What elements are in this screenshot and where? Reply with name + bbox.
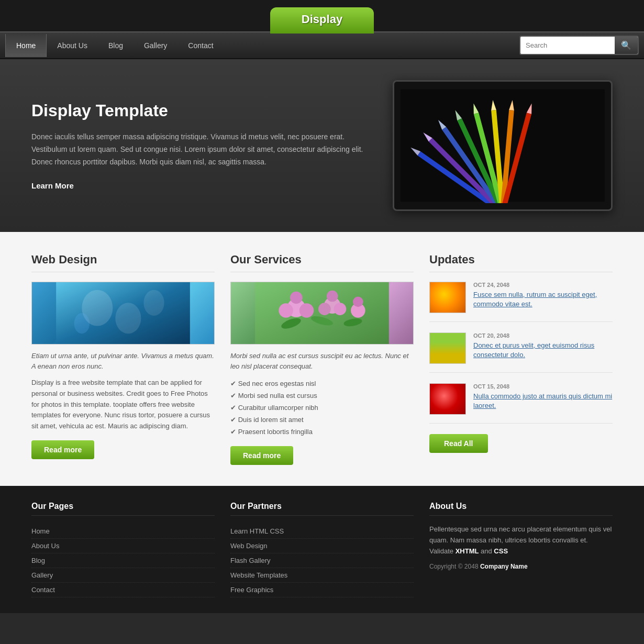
updates-col: Updates OCT 24, 2048 Fusce sem nulla, ru…: [429, 253, 613, 465]
header: Display Home About Us Blog Gallery Conta…: [0, 0, 644, 59]
footer-website-templates-link[interactable]: Website Templates: [230, 568, 414, 583]
web-design-col: Web Design: [31, 253, 215, 465]
hero-text: Display Template Donec iaculis tellus se…: [31, 101, 372, 190]
footer-gallery-link[interactable]: Gallery: [31, 568, 215, 583]
update-meta-1: OCT 24, 2048 Fusce sem nulla, rutrum ac …: [473, 282, 613, 313]
footer-about-link[interactable]: About Us: [31, 539, 215, 553]
footer-about-us: About Us Pellentesque sed urna nec arcu …: [429, 502, 613, 597]
footer-home-link[interactable]: Home: [31, 524, 215, 539]
footer-copyright: Copyright © 2048 Company Name: [429, 563, 613, 570]
footer-css-label: CSS: [494, 547, 508, 555]
hero-image-canvas: [401, 88, 605, 203]
nav-home[interactable]: Home: [5, 34, 47, 57]
update-link-1[interactable]: Fusce sem nulla, rutrum ac suscipit eget…: [473, 291, 597, 308]
svg-point-30: [334, 303, 347, 315]
search-input[interactable]: [520, 38, 615, 52]
site-logo: Display: [302, 13, 342, 26]
footer-about-text: Pellentesque sed urna nec arcu placerat …: [429, 524, 613, 557]
checklist-item-5: Praesent lobortis fringilla: [230, 426, 414, 438]
footer-contact-link[interactable]: Contact: [31, 583, 215, 597]
update-item-3: OCT 15, 2048 Nulla commodo justo at maur…: [429, 383, 613, 424]
svg-point-24: [290, 292, 303, 304]
footer-learn-html-link[interactable]: Learn HTML CSS: [230, 524, 414, 539]
footer-flash-gallery-link[interactable]: Flash Gallery: [230, 553, 414, 568]
footer-xhtml-label: XHTML: [456, 547, 479, 555]
svg-point-21: [74, 313, 90, 334]
svg-point-19: [115, 303, 141, 334]
checklist-item-1: Sed nec eros egestas nisl: [230, 377, 414, 390]
updates-title: Updates: [429, 253, 613, 272]
footer-our-pages-title: Our Pages: [31, 502, 215, 516]
our-services-image: [230, 282, 414, 345]
update-meta-2: OCT 20, 2048 Donec et purus velit, eget …: [473, 332, 613, 364]
checklist-item-4: Duis id lorem sit amet: [230, 414, 414, 426]
footer-free-graphics-link[interactable]: Free Graphics: [230, 583, 414, 597]
nav-bar: Home About Us Blog Gallery Contact 🔍: [0, 31, 644, 59]
svg-point-25: [279, 303, 293, 318]
update-thumb-2: [429, 332, 466, 364]
update-meta-3: OCT 15, 2048 Nulla commodo justo at maur…: [473, 383, 613, 415]
checklist-item-2: Morbi sed nulla est cursus: [230, 390, 414, 402]
nav-blog[interactable]: Blog: [98, 34, 134, 57]
hero-title: Display Template: [31, 101, 372, 120]
footer-and-text: and: [479, 547, 494, 555]
services-read-more[interactable]: Read more: [230, 446, 293, 465]
nav-contact[interactable]: Contact: [177, 34, 224, 57]
our-services-title: Our Services: [230, 253, 414, 272]
pineapple-image: [430, 333, 465, 363]
web-design-read-more[interactable]: Read more: [31, 440, 94, 459]
main-content: Web Design: [0, 232, 644, 486]
web-design-title: Web Design: [31, 253, 215, 272]
update-date-2: OCT 20, 2048: [473, 332, 613, 339]
update-item-2: OCT 20, 2048 Donec et purus velit, eget …: [429, 332, 613, 373]
web-design-caption: Etiam ut urna ante, ut pulvinar ante. Vi…: [31, 351, 215, 371]
our-services-col: Our Services: [230, 253, 414, 465]
our-services-caption: Morbi sed nulla ac est cursus suscipit e…: [230, 351, 414, 371]
update-link-3[interactable]: Nulla commodo justo at mauris quis dictu…: [473, 392, 612, 409]
hero-section: Display Template Donec iaculis tellus se…: [0, 59, 644, 232]
footer: Our Pages Home About Us Blog Gallery Con…: [0, 486, 644, 613]
footer-about-us-title: About Us: [429, 502, 613, 516]
nav-about[interactable]: About Us: [47, 34, 98, 57]
learn-more-link[interactable]: Learn More: [31, 181, 74, 190]
update-item-1: OCT 24, 2048 Fusce sem nulla, rutrum ac …: [429, 282, 613, 322]
read-all-button[interactable]: Read All: [429, 434, 488, 453]
nav-gallery[interactable]: Gallery: [134, 34, 177, 57]
footer-our-partners: Our Partners Learn HTML CSS Web Design F…: [230, 502, 414, 597]
nav-links: Home About Us Blog Gallery Contact: [5, 34, 519, 57]
orange-image: [430, 282, 465, 313]
hero-image-frame: [393, 80, 613, 211]
svg-point-28: [327, 291, 338, 302]
svg-point-29: [318, 303, 331, 315]
footer-blog-link[interactable]: Blog: [31, 553, 215, 568]
flowers-image: [231, 282, 413, 344]
water-image: [32, 282, 214, 344]
footer-company-name: Company Name: [480, 563, 528, 570]
update-date-1: OCT 24, 2048: [473, 282, 613, 288]
web-design-image: [31, 282, 215, 345]
pencils-graphic: [401, 88, 605, 203]
footer-our-partners-title: Our Partners: [230, 502, 414, 516]
svg-point-20: [143, 290, 164, 316]
update-date-3: OCT 15, 2048: [473, 383, 613, 390]
checklist-item-3: Curabitur ullamcorper nibh: [230, 402, 414, 414]
strawberry-image: [430, 384, 465, 414]
hero-body: Donec iaculis tellus semper massa adipis…: [31, 131, 372, 168]
svg-point-26: [299, 303, 314, 318]
svg-point-32: [353, 297, 363, 307]
footer-our-pages: Our Pages Home About Us Blog Gallery Con…: [31, 502, 215, 597]
update-thumb-1: [429, 282, 466, 313]
search-area: 🔍: [519, 36, 639, 55]
update-link-2[interactable]: Donec et purus velit, eget euismod risus…: [473, 341, 594, 359]
update-thumb-3: [429, 383, 466, 415]
logo-tab: Display: [270, 7, 374, 34]
services-checklist: Sed nec eros egestas nisl Morbi sed null…: [230, 377, 414, 438]
footer-copyright-text: Copyright © 2048: [429, 563, 480, 570]
search-button[interactable]: 🔍: [615, 37, 638, 54]
web-design-body: Display is a free website template that …: [31, 377, 215, 432]
footer-web-design-link[interactable]: Web Design: [230, 539, 414, 553]
